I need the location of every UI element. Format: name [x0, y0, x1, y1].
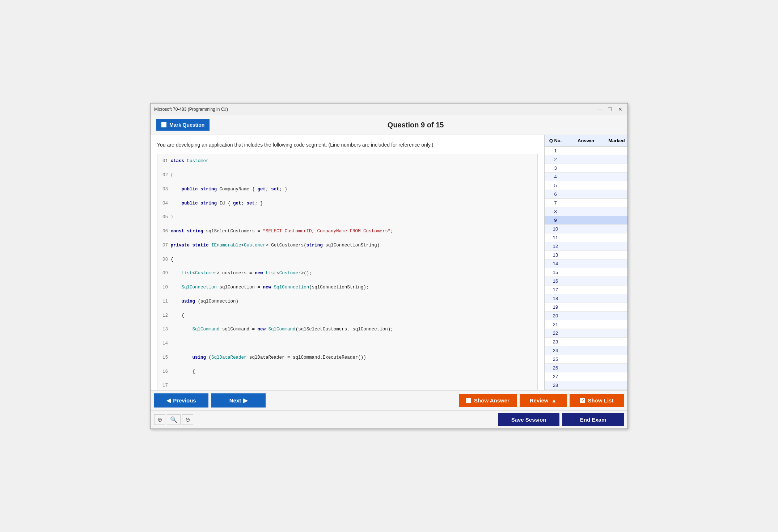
- sidebar-row-marked: [606, 376, 627, 377]
- sidebar-row[interactable]: 23: [545, 338, 627, 346]
- show-answer-label: Show Answer: [474, 397, 509, 404]
- sidebar-row-answer: [566, 341, 606, 343]
- title-bar: Microsoft 70-483 (Programming in C#) — ☐…: [151, 104, 627, 115]
- sidebar-row-qno: 5: [545, 182, 566, 189]
- sidebar-row-marked: [606, 220, 627, 221]
- sidebar-row-marked: [606, 315, 627, 317]
- code-block: 01 class Customer 02 { 03 public string …: [157, 154, 538, 390]
- sidebar-row-qno: 1: [545, 147, 566, 154]
- previous-button[interactable]: ◀ Previous: [154, 393, 208, 408]
- sidebar-row[interactable]: 22: [545, 329, 627, 338]
- sidebar-col-marked: Marked: [606, 137, 627, 144]
- save-session-label: Save Session: [511, 417, 546, 423]
- sidebar-row[interactable]: 11: [545, 233, 627, 242]
- sidebar-row[interactable]: 10: [545, 225, 627, 233]
- sidebar-row-qno: 22: [545, 330, 566, 337]
- sidebar-row[interactable]: 2: [545, 155, 627, 164]
- sidebar-row[interactable]: 7: [545, 199, 627, 207]
- sidebar-row[interactable]: 28: [545, 381, 627, 390]
- sidebar-row[interactable]: 6: [545, 190, 627, 199]
- sidebar-row-answer: [566, 333, 606, 334]
- sidebar-row-answer: [566, 220, 606, 221]
- previous-label: Previous: [173, 397, 196, 404]
- sidebar-row-marked: [606, 237, 627, 238]
- sidebar-row-answer: [566, 237, 606, 238]
- mark-question-button[interactable]: Mark Question: [156, 119, 210, 131]
- next-button[interactable]: Next ▶: [211, 393, 266, 408]
- next-label: Next: [229, 397, 241, 404]
- sidebar-row[interactable]: 16: [545, 277, 627, 286]
- sidebar-row[interactable]: 3: [545, 164, 627, 173]
- sidebar-row-answer: [566, 367, 606, 369]
- sidebar-row-marked: [606, 350, 627, 351]
- question-area: You are developing an application that i…: [151, 135, 544, 390]
- sidebar-row[interactable]: 17: [545, 286, 627, 294]
- sidebar-header: Q No. Answer Marked: [545, 135, 627, 147]
- show-list-button[interactable]: Show List: [570, 394, 624, 407]
- sidebar-row-marked: [606, 324, 627, 325]
- sidebar-row-qno: 11: [545, 234, 566, 241]
- review-label: Review: [530, 397, 549, 404]
- review-arrow-icon: ▲: [551, 397, 557, 404]
- sidebar-row-marked: [606, 185, 627, 186]
- sidebar-row-answer: [566, 385, 606, 386]
- sidebar-row[interactable]: 15: [545, 268, 627, 277]
- maximize-button[interactable]: ☐: [606, 106, 614, 112]
- sidebar-row-qno: 17: [545, 286, 566, 293]
- save-session-button[interactable]: Save Session: [498, 413, 559, 426]
- sidebar-scroll[interactable]: 1 2 3 4 5 6 7 8: [545, 147, 627, 390]
- sidebar-row-answer: [566, 202, 606, 204]
- sidebar-row[interactable]: 8: [545, 207, 627, 216]
- prev-arrow-icon: ◀: [166, 397, 171, 404]
- sidebar-row[interactable]: 24: [545, 346, 627, 355]
- sidebar-row-answer: [566, 289, 606, 291]
- sidebar-row-marked: [606, 272, 627, 273]
- close-button[interactable]: ✕: [617, 106, 624, 112]
- minimize-button[interactable]: —: [595, 106, 603, 112]
- zoom-reset-button[interactable]: 🔍: [167, 414, 181, 425]
- sidebar-row-answer: [566, 211, 606, 212]
- sidebar-row[interactable]: 9: [545, 216, 627, 225]
- sidebar-row-answer: [566, 324, 606, 325]
- sidebar-row-marked: [606, 176, 627, 178]
- sidebar-row[interactable]: 4: [545, 173, 627, 181]
- show-list-checkbox-icon: [580, 398, 585, 403]
- sidebar-row-marked: [606, 341, 627, 343]
- sidebar-row-qno: 21: [545, 321, 566, 328]
- sidebar: Q No. Answer Marked 1 2 3 4 5 6: [544, 135, 627, 390]
- sidebar-row[interactable]: 1: [545, 147, 627, 155]
- sidebar-row-qno: 10: [545, 225, 566, 232]
- sidebar-row-marked: [606, 307, 627, 308]
- sidebar-row-marked: [606, 168, 627, 169]
- sidebar-row[interactable]: 25: [545, 355, 627, 364]
- end-exam-button[interactable]: End Exam: [562, 413, 624, 426]
- zoom-in-button[interactable]: ⊕: [154, 414, 165, 425]
- review-button[interactable]: Review ▲: [520, 394, 567, 407]
- sidebar-row[interactable]: 19: [545, 303, 627, 312]
- sidebar-row-qno: 14: [545, 260, 566, 267]
- sidebar-row[interactable]: 5: [545, 181, 627, 190]
- sidebar-row-marked: [606, 298, 627, 299]
- sidebar-row[interactable]: 27: [545, 372, 627, 381]
- sidebar-row[interactable]: 14: [545, 259, 627, 268]
- question-title: Question 9 of 15: [210, 121, 622, 129]
- show-answer-button[interactable]: Show Answer: [459, 394, 517, 407]
- sidebar-row[interactable]: 20: [545, 312, 627, 320]
- sidebar-row[interactable]: 12: [545, 242, 627, 251]
- sidebar-row-qno: 15: [545, 269, 566, 276]
- sidebar-row[interactable]: 21: [545, 320, 627, 329]
- sidebar-row[interactable]: 18: [545, 294, 627, 303]
- zoom-out-button[interactable]: ⊖: [182, 414, 193, 425]
- bottom-buttons-row1: ◀ Previous Next ▶ Show Answer Review ▲ S…: [151, 390, 627, 411]
- sidebar-row-answer: [566, 254, 606, 256]
- sidebar-row[interactable]: 26: [545, 364, 627, 372]
- show-list-label: Show List: [588, 397, 614, 404]
- sidebar-row-qno: 2: [545, 156, 566, 163]
- sidebar-row[interactable]: 13: [545, 251, 627, 259]
- sidebar-row-qno: 16: [545, 278, 566, 284]
- sidebar-row-answer: [566, 168, 606, 169]
- sidebar-row-marked: [606, 202, 627, 204]
- sidebar-row-answer: [566, 159, 606, 160]
- sidebar-row-marked: [606, 280, 627, 282]
- sidebar-row-marked: [606, 194, 627, 195]
